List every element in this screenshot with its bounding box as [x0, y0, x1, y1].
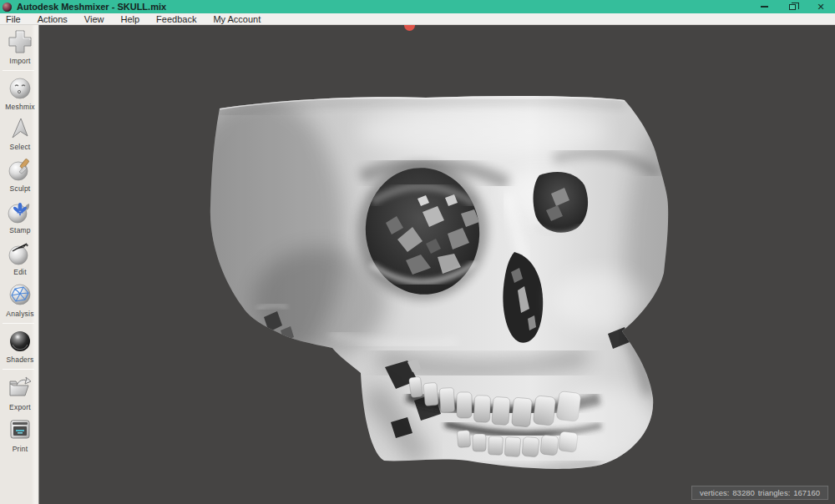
tool-label: Shaders	[6, 355, 33, 364]
menu-bar: File Actions View Help Feedback My Accou…	[0, 13, 835, 25]
tool-label: Analysis	[6, 310, 33, 318]
analysis-icon	[6, 280, 34, 309]
import-icon	[6, 28, 34, 56]
notification-dot-icon[interactable]	[404, 25, 415, 31]
sidebar-item-edit[interactable]: Edit	[2, 239, 38, 276]
print-icon	[6, 416, 34, 444]
tool-label: Import	[9, 57, 30, 65]
sidebar-separator	[3, 369, 34, 370]
meshmixer-window: Autodesk Meshmixer - SKULL.mix ✕ File Ac…	[0, 0, 835, 504]
meshmix-icon	[7, 75, 33, 102]
edit-icon	[6, 239, 34, 267]
shaders-icon	[7, 328, 33, 355]
skull-model	[207, 93, 683, 481]
tool-label: Print	[13, 445, 28, 453]
sidebar-item-shaders[interactable]: Shaders	[2, 328, 38, 364]
sidebar-separator	[3, 323, 34, 324]
menu-view[interactable]: View	[76, 13, 113, 25]
sidebar-item-stamp[interactable]: Stamp	[2, 197, 38, 234]
sidebar-separator	[3, 70, 34, 71]
close-icon: ✕	[817, 2, 824, 13]
window-title: Autodesk Meshmixer - SKULL.mix	[17, 0, 166, 13]
tool-label: Meshmix	[5, 103, 34, 111]
export-icon	[6, 374, 34, 402]
minimize-icon	[761, 6, 768, 8]
sidebar-item-import[interactable]: Import	[2, 28, 38, 65]
tool-label: Edit	[13, 268, 26, 276]
triangles-label: triangles:	[758, 488, 791, 497]
tool-label: Export	[9, 403, 31, 411]
menu-help[interactable]: Help	[112, 13, 148, 25]
viewport-3d[interactable]: vertices: 83280 triangles: 167160	[40, 25, 835, 504]
restore-button[interactable]	[778, 0, 807, 13]
tool-label: Select	[10, 143, 31, 151]
tool-label: Sculpt	[10, 184, 31, 193]
meshmixer-logo-icon	[3, 3, 12, 12]
menu-feedback[interactable]: Feedback	[148, 13, 205, 25]
stamp-icon	[6, 197, 34, 225]
menu-my-account[interactable]: My Account	[205, 13, 269, 25]
vertices-label: vertices:	[700, 488, 729, 497]
vertices-value: 83280	[732, 488, 754, 497]
sidebar-item-meshmix[interactable]: Meshmix	[2, 75, 38, 111]
tool-label: Stamp	[9, 226, 31, 234]
close-button[interactable]: ✕	[807, 0, 835, 13]
select-icon	[7, 115, 33, 142]
triangles-value: 167160	[793, 488, 820, 497]
sidebar-item-print[interactable]: Print	[2, 416, 38, 453]
sidebar-item-analysis[interactable]: Analysis	[2, 280, 38, 318]
sidebar-item-export[interactable]: Export	[2, 374, 38, 411]
tool-sidebar: Import Meshmix Select Sculpt	[0, 25, 40, 504]
title-bar: Autodesk Meshmixer - SKULL.mix ✕	[0, 0, 835, 13]
sidebar-item-select[interactable]: Select	[2, 115, 38, 151]
mesh-stats-readout: vertices: 83280 triangles: 167160	[691, 486, 828, 500]
restore-icon	[789, 4, 796, 10]
menu-file[interactable]: File	[0, 13, 29, 25]
minimize-button[interactable]	[750, 0, 778, 13]
sidebar-item-sculpt[interactable]: Sculpt	[2, 155, 38, 193]
sculpt-icon	[6, 155, 34, 184]
menu-actions[interactable]: Actions	[29, 13, 76, 25]
